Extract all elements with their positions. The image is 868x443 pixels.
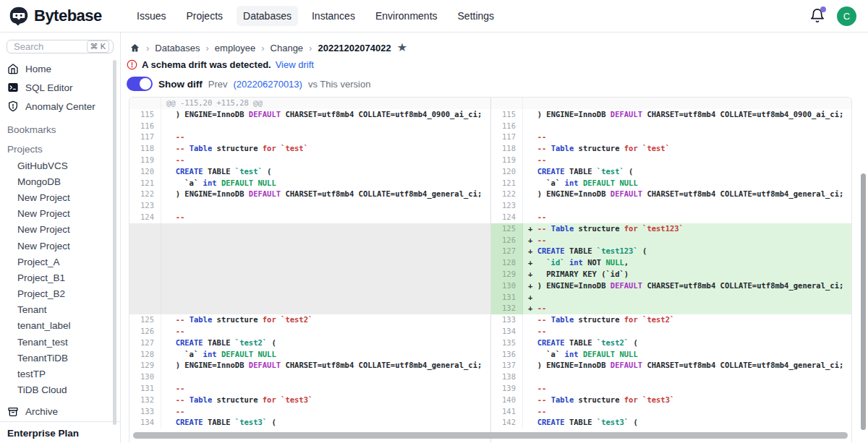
diff-added-row: 125+ -- Table structure for `test123` xyxy=(491,223,851,235)
diff-context-row: 119 -- xyxy=(491,155,851,166)
nav-item-settings[interactable]: Settings xyxy=(451,6,501,26)
sidebar-scrollbar[interactable] xyxy=(113,60,116,425)
sidebar-item-label: SQL Editor xyxy=(25,82,73,93)
breadcrumb-item-change[interactable]: Change xyxy=(271,43,304,53)
nav-item-projects[interactable]: Projects xyxy=(179,6,229,26)
diff-context-row: 115 ) ENGINE=InnoDB DEFAULT CHARSET=utf8… xyxy=(129,109,490,121)
notifications-bell-icon[interactable] xyxy=(809,8,825,24)
sql-editor-icon xyxy=(7,82,19,93)
bookmarks-section-label[interactable]: Bookmarks xyxy=(0,124,120,135)
nav-item-environments[interactable]: Environments xyxy=(369,6,444,26)
breadcrumb-home-icon[interactable] xyxy=(129,43,140,53)
diff-context-row: 139 -- xyxy=(491,383,851,395)
user-avatar[interactable]: C xyxy=(837,7,856,26)
nav-item-issues[interactable]: Issues xyxy=(130,6,172,26)
breadcrumb-item-employee[interactable]: employee xyxy=(215,43,255,53)
project-item[interactable]: TiDB Cloud xyxy=(0,382,120,398)
project-item[interactable]: TenantTiDB xyxy=(0,350,120,366)
diff-context-row: 133 -- Table structure for `test2` xyxy=(491,314,851,326)
diff-context-row: 118 -- Table structure for `test` xyxy=(491,143,851,155)
bytebase-logo-icon xyxy=(9,6,29,26)
top-navigation: IssuesProjectsDatabasesInstancesEnvironm… xyxy=(130,6,501,26)
project-item[interactable]: New Project xyxy=(0,206,120,222)
diff-horizontal-scrollbar[interactable] xyxy=(133,432,848,439)
breadcrumb-separator-icon: › xyxy=(206,43,209,53)
project-item[interactable]: GitHubVCS xyxy=(0,158,120,173)
diff-context-row: 132 -- Table structure for `test3` xyxy=(129,395,490,406)
diff-added-row: 128+ `id` int NOT NULL, xyxy=(491,257,851,269)
project-item[interactable]: Tenant_test xyxy=(0,334,120,350)
diff-context-row: 122 ) ENGINE=InnoDB DEFAULT CHARSET=utf8… xyxy=(129,189,490,200)
project-item[interactable]: Project_B1 xyxy=(0,270,120,285)
diff-filler-row xyxy=(129,292,490,304)
diff-context-row: 130 xyxy=(129,371,490,383)
diff-context-row: 134 -- xyxy=(491,326,851,337)
diff-context-row: 121 `a` int DEFAULT NULL xyxy=(491,178,851,189)
diff-filler-row xyxy=(129,269,490,280)
project-item[interactable]: testTP xyxy=(0,366,120,382)
diff-context-row: 115 ) ENGINE=InnoDB DEFAULT CHARSET=utf8… xyxy=(491,109,851,121)
project-item[interactable]: Tenant xyxy=(0,302,120,318)
notification-dot xyxy=(820,7,826,12)
prev-version-link[interactable]: (202206270013) xyxy=(233,79,302,90)
diff-context-row: 128 `a` int DEFAULT NULL xyxy=(129,349,490,361)
project-item[interactable]: New Project xyxy=(0,222,120,238)
diff-context-row: 120 CREATE TABLE `test` ( xyxy=(491,166,851,178)
vs-this-version-label: vs This version xyxy=(308,79,370,90)
diff-context-row: 116 xyxy=(491,121,851,132)
diff-added-row: 127+ CREATE TABLE `test123` ( xyxy=(491,246,851,257)
diff-context-row: 126 -- xyxy=(129,326,490,337)
diff-pane-previous: @@ -115,20 +115,28 @@115 ) ENGINE=InnoDB… xyxy=(129,98,490,442)
nav-item-databases[interactable]: Databases xyxy=(237,6,298,26)
projects-list: GitHubVCSMongoDBNew ProjectNew ProjectNe… xyxy=(0,158,120,398)
anomaly-center-shield-icon xyxy=(7,100,19,112)
project-item[interactable]: New Project xyxy=(0,189,120,205)
nav-item-instances[interactable]: Instances xyxy=(305,6,362,26)
search-shortcut-badge: ⌘ K xyxy=(87,40,109,53)
prev-label: Prev xyxy=(208,79,228,90)
diff-context-row: 133 -- xyxy=(129,406,490,418)
breadcrumb: › Databases › employee › Change › 202212… xyxy=(129,42,868,53)
diff-context-row: 136 `a` int DEFAULT NULL xyxy=(491,349,851,361)
diff-context-row: 117 -- xyxy=(491,132,851,143)
diff-filler-row xyxy=(129,257,490,269)
project-item[interactable]: MongoDB xyxy=(0,173,120,189)
projects-section-label[interactable]: Projects xyxy=(0,144,120,155)
brand-name: Bytebase xyxy=(34,7,102,25)
sidebar-item-sql-editor[interactable]: SQL Editor xyxy=(0,78,120,97)
breadcrumb-separator-icon: › xyxy=(146,43,149,53)
view-drift-link[interactable]: View drift xyxy=(276,59,314,70)
diff-context-row: 140 -- Table structure for `test3` xyxy=(491,395,851,406)
sidebar-item-label: Home xyxy=(25,64,51,74)
sidebar-item-home[interactable]: Home xyxy=(0,59,120,78)
diff-context-row: 122 ) ENGINE=InnoDB DEFAULT CHARSET=utf8… xyxy=(491,189,851,200)
search-box[interactable]: ⌘ K xyxy=(7,40,114,53)
sidebar-item-archive[interactable]: Archive xyxy=(0,403,120,421)
sidebar: ⌘ K Home SQL Editor xyxy=(0,33,121,443)
project-item[interactable]: tenant_label xyxy=(0,318,120,334)
project-item[interactable]: New Project xyxy=(0,238,120,254)
diff-context-row: 131 -- xyxy=(129,383,490,395)
diff-filler-row xyxy=(129,246,490,257)
diff-context-row: 129 ) ENGINE=InnoDB DEFAULT CHARSET=utf8… xyxy=(129,360,490,371)
brand[interactable]: Bytebase xyxy=(9,6,130,26)
diff-context-row: 120 CREATE TABLE `test` ( xyxy=(129,166,490,178)
project-item[interactable]: Project_B2 xyxy=(0,286,120,302)
sidebar-item-anomaly-center[interactable]: Anomaly Center xyxy=(0,97,120,116)
page-vertical-scrollbar[interactable] xyxy=(861,173,866,430)
project-item[interactable]: Project_A xyxy=(0,254,120,270)
diff-filler-row xyxy=(129,235,490,246)
search-input[interactable] xyxy=(14,41,70,52)
diff-hunk-header: @@ -115,20 +115,28 @@ xyxy=(129,98,490,109)
diff-context-row: 124 -- xyxy=(491,212,851,223)
diff-context-row: 137 ) ENGINE=InnoDB DEFAULT CHARSET=utf8… xyxy=(491,360,851,371)
breadcrumb-separator-icon: › xyxy=(261,43,264,53)
breadcrumb-separator-icon: › xyxy=(309,43,312,53)
alert-circle-icon xyxy=(127,59,137,70)
diff-context-row: 123 xyxy=(491,200,851,212)
bookmark-star-icon[interactable]: ★ xyxy=(397,42,407,53)
diff-context-row: 124 -- xyxy=(129,212,490,223)
archive-icon xyxy=(7,406,19,418)
breadcrumb-item-databases[interactable]: Databases xyxy=(155,43,200,53)
show-diff-toggle[interactable] xyxy=(127,77,153,91)
